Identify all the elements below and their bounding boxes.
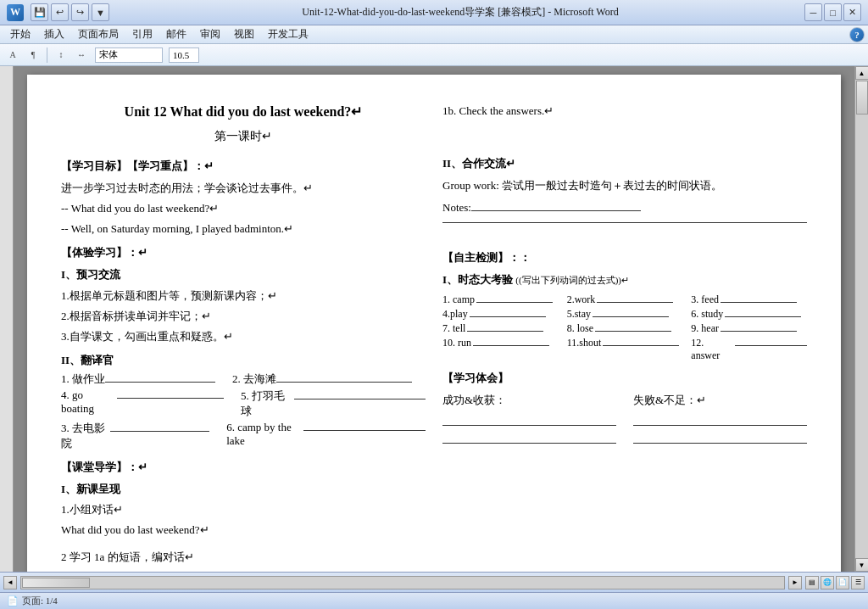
window-controls: ─ □ ✕: [804, 3, 861, 21]
right-column: 1b. Check the answers.↵ II、合作交流↵ Group w…: [442, 100, 807, 572]
doc-subtitle: 第一课时↵: [61, 126, 426, 147]
h-scroll-right-btn[interactable]: ►: [788, 576, 802, 589]
font-name-field[interactable]: 宋体: [95, 47, 163, 63]
translate-line-3[interactable]: [117, 398, 224, 399]
objective-text-2: -- What did you do last weekend?↵: [61, 199, 426, 218]
scroll-thumb[interactable]: [856, 81, 868, 115]
save-quick-btn[interactable]: 💾: [31, 3, 48, 21]
menu-insert[interactable]: 插入: [37, 25, 71, 43]
bottom-bar: ◄ ► ▤ 🌐 📄 ☰: [0, 572, 868, 592]
verb-12: 12. answer: [691, 337, 807, 362]
group2-text1: -- What did you do last weekend?↵: [61, 568, 426, 572]
translate-label-2: 2. 去海滩: [232, 372, 276, 387]
classroom-header: 【课堂导学】：↵: [61, 458, 426, 477]
verb-6: 6. study: [691, 308, 807, 321]
success-col: 成功&收获：: [442, 393, 616, 449]
translate-item-3: 4. go boating: [61, 388, 224, 419]
toolbar: A ¶ ↕ ↔ 宋体 10.5: [0, 44, 868, 66]
minimize-btn[interactable]: ─: [804, 3, 822, 21]
toolbar-btn-2[interactable]: ¶: [24, 47, 42, 64]
translate-line-2[interactable]: [276, 382, 412, 383]
toolbar-menu-btn[interactable]: ▼: [92, 3, 109, 21]
scroll-track[interactable]: [855, 80, 869, 558]
toolbar-btn-1[interactable]: A: [3, 47, 22, 64]
menu-bar: 开始 插入 页面布局 引用 邮件 审阅 视图 开发工具 ?: [0, 25, 868, 44]
verb-7: 7. tell: [442, 322, 559, 335]
self-check-header: 【自主检测】：：: [442, 249, 807, 267]
translate-label-3: 4. go boating: [61, 388, 117, 416]
menu-reference[interactable]: 引用: [125, 25, 159, 43]
preview-3: 3.自学课文，勾画出重点和疑惑。↵: [61, 327, 426, 346]
normal-view-btn[interactable]: ▤: [805, 576, 819, 589]
status-bar: 📄 页面: 1/4: [0, 592, 868, 609]
verb-9: 9. hear: [691, 322, 807, 335]
menu-layout[interactable]: 页面布局: [71, 25, 125, 43]
content-area: Unit 12 What did you do last weekend?↵ 第…: [0, 66, 868, 572]
objective-text-1: 进一步学习过去时态的用法；学会谈论过去事件。↵: [61, 179, 426, 198]
help-btn[interactable]: ?: [849, 27, 865, 42]
redo-btn[interactable]: ↪: [71, 3, 89, 21]
close-btn[interactable]: ✕: [843, 3, 861, 21]
group2-label: 2 学习 1a 的短语，编对话↵: [61, 548, 426, 567]
document-page: Unit 12 What did you do last weekend?↵ 第…: [27, 75, 841, 572]
success-line-1: [442, 425, 616, 426]
scroll-up-btn[interactable]: ▲: [855, 66, 869, 80]
menu-start[interactable]: 开始: [3, 25, 37, 43]
view-buttons: ▤ 🌐 📄 ☰: [805, 576, 865, 589]
document-content: Unit 12 What did you do last weekend?↵ 第…: [61, 100, 807, 572]
failure-line-1: [633, 425, 807, 426]
preview-1: 1.根据单元标题和图片等，预测新课内容；↵: [61, 287, 426, 305]
translate-line-4[interactable]: [294, 399, 426, 399]
toolbar-btn-3[interactable]: ↕: [52, 47, 70, 64]
translate-item-4: 5. 打羽毛球: [241, 388, 426, 419]
left-margin: [0, 66, 14, 572]
translate-row-3: 3. 去电影院 6. camp by the lake: [61, 421, 426, 451]
translate-item-5: 3. 去电影院: [61, 421, 209, 451]
h-scroll-track[interactable]: [20, 576, 785, 589]
scroll-down-btn[interactable]: ▼: [855, 558, 869, 572]
summary-row: 成功&收获： 失败&不足：↵: [442, 393, 807, 449]
undo-btn[interactable]: ↩: [51, 3, 69, 21]
failure-col: 失败&不足：↵: [633, 393, 807, 449]
h-scroll-left-btn[interactable]: ◄: [3, 576, 17, 589]
translate-row-2: 4. go boating 5. 打羽毛球: [61, 388, 426, 419]
menu-view[interactable]: 视图: [227, 25, 261, 43]
h-scroll-thumb[interactable]: [22, 578, 90, 588]
translate-line-1[interactable]: [105, 382, 215, 383]
window-title: Unit-12-What-did-you-do-last-weekend导学案 …: [116, 5, 804, 20]
preview-header: I、预习交流: [61, 265, 426, 284]
document-scroll[interactable]: Unit 12 What did you do last weekend?↵ 第…: [14, 66, 854, 572]
print-view-btn[interactable]: 📄: [836, 576, 849, 589]
learning-objectives-header: 【学习目标】【学习重点】：↵: [61, 157, 426, 176]
experience-header: 【体验学习】：↵: [61, 243, 426, 262]
page-icon: 📄: [7, 595, 19, 606]
menu-mail[interactable]: 邮件: [159, 25, 193, 43]
translate-header: II、翻译官: [61, 351, 426, 370]
translate-label-4: 5. 打羽毛球: [241, 388, 294, 419]
web-view-btn[interactable]: 🌐: [821, 576, 834, 589]
vertical-scrollbar: ▲ ▼: [854, 66, 868, 572]
translate-line-5[interactable]: [110, 431, 209, 432]
translate-item-6: 6. camp by the lake: [226, 421, 426, 451]
translate-row-1: 1. 做作业 2. 去海滩: [61, 372, 426, 387]
verb-8: 8. lose: [567, 322, 683, 335]
verb-5: 5.stay: [567, 308, 683, 321]
translate-line-6[interactable]: [303, 430, 426, 431]
verb-11: 11.shout: [567, 337, 683, 362]
study-summary-header: 【学习体会】: [442, 369, 807, 388]
verb-1: 1. camp: [442, 293, 559, 306]
translate-item-1: 1. 做作业: [61, 372, 215, 387]
outline-view-btn[interactable]: ☰: [851, 576, 865, 589]
menu-review[interactable]: 审阅: [193, 25, 227, 43]
menu-developer[interactable]: 开发工具: [261, 25, 315, 43]
quick-access-toolbar: 💾 ↩ ↪ ▼: [31, 3, 109, 21]
translate-label-6: 6. camp by the lake: [226, 421, 303, 448]
new-lesson-header: I、新课呈现: [61, 480, 426, 499]
font-size-field[interactable]: 10.5: [169, 47, 199, 63]
maximize-btn[interactable]: □: [824, 3, 842, 21]
toolbar-btn-4[interactable]: ↔: [72, 47, 91, 64]
group1-text: What did you do last weekend?↵: [61, 521, 426, 539]
verb-grid: 1. camp 2.work 3. feed 4.play 5.stay: [442, 293, 807, 362]
notes-line-1: [442, 222, 807, 223]
coop-group: Group work: 尝试用一般过去时造句＋表过去的时间状语。: [442, 176, 807, 195]
